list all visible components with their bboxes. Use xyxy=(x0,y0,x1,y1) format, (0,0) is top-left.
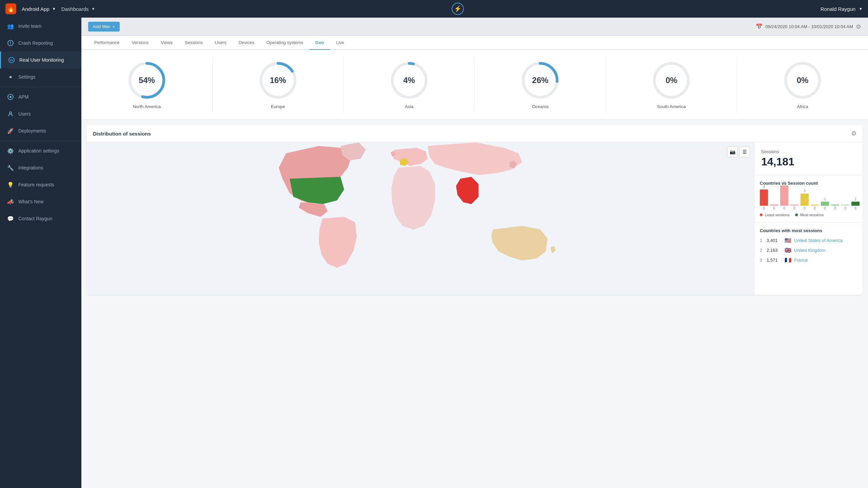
sidebar-item-label: Real User Monitoring xyxy=(19,57,64,63)
bar-group-8: 0 xyxy=(831,204,839,210)
region-south-america: 0% South America xyxy=(606,57,737,113)
tab-devices[interactable]: Devices xyxy=(232,36,260,50)
bar-10 xyxy=(851,202,860,206)
tab-sessions[interactable]: Sessions xyxy=(179,36,209,50)
map-list-button[interactable]: ☰ xyxy=(739,146,750,157)
country-row-uk: 2 2,163 🇬🇧 United Kingdom xyxy=(760,247,857,253)
asia-label: Asia xyxy=(405,104,413,109)
france-link[interactable]: France xyxy=(794,258,808,263)
distribution-header: Distribution of sessions ⚙ xyxy=(87,125,863,142)
tab-live[interactable]: Live xyxy=(330,36,350,50)
sidebar-item-label: Application settings xyxy=(18,148,59,154)
bar-group-7: 1 0 xyxy=(821,197,829,210)
whats-new-icon: 📣 xyxy=(7,198,14,205)
usa-link[interactable]: United States of America xyxy=(794,238,843,243)
sidebar-item-label: Contact Raygun xyxy=(18,216,52,221)
countries-title: Countries with most sessions xyxy=(760,228,857,233)
main-content: Add filter + 📅 09/24/2020 10:04 AM - 10/… xyxy=(81,18,868,488)
app-logo: 🔥 xyxy=(5,3,16,14)
dashboards-chevron-icon: ▼ xyxy=(92,7,95,11)
distribution-body: 📷 ☰ xyxy=(87,142,863,295)
distribution-settings-button[interactable]: ⚙ xyxy=(851,130,856,137)
date-settings-button[interactable]: ⚙ xyxy=(856,23,861,30)
world-map-svg xyxy=(87,142,754,295)
sidebar-item-deployments[interactable]: 🚀 Deployments xyxy=(0,122,81,139)
regions-row: 54% North America 16% Europe xyxy=(81,50,868,120)
date-range-selector[interactable]: 📅 09/24/2020 10:04 AM - 10/01/2020 10:04… xyxy=(756,23,861,30)
app-name-selector[interactable]: Android App ▼ xyxy=(22,6,56,12)
map-area: 📷 ☰ xyxy=(87,142,754,295)
usa-region xyxy=(290,177,344,204)
add-filter-button[interactable]: Add filter + xyxy=(88,22,120,32)
uk-link[interactable]: United Kingdom xyxy=(794,248,826,253)
feature-requests-icon: 💡 xyxy=(7,181,14,188)
bar-4 xyxy=(790,204,798,206)
lightning-icon: ⚡ xyxy=(452,3,464,15)
date-range-text: 09/24/2020 10:04 AM - 10/01/2020 10:04 A… xyxy=(765,24,853,29)
distribution-section: Distribution of sessions ⚙ 📷 ☰ xyxy=(87,125,863,295)
sidebar: 👥 Invite team Crash Reporting Real User … xyxy=(0,18,81,488)
bar-2 xyxy=(770,204,778,206)
rum-icon xyxy=(8,56,15,64)
bar-group-6: 0 xyxy=(811,204,819,210)
sidebar-item-label: Feature requests xyxy=(18,182,54,187)
sidebar-item-contact-raygun[interactable]: 💬 Contact Raygun xyxy=(0,210,81,227)
sessions-number: 14,181 xyxy=(761,156,856,168)
sidebar-item-users[interactable]: Users xyxy=(0,105,81,122)
most-sessions-legend: Most sessions xyxy=(795,213,824,217)
settings-dot-icon: ● xyxy=(7,73,14,81)
north-america-label: North America xyxy=(133,104,161,109)
bar-group-5: 3 0 xyxy=(801,189,809,210)
sidebar-item-label: APM xyxy=(18,94,28,100)
sidebar-divider-2 xyxy=(0,141,81,141)
sidebar-item-whats-new[interactable]: 📣 What's New xyxy=(0,193,81,210)
chart-title: Countries vs Session count xyxy=(760,181,857,186)
sidebar-item-settings[interactable]: ● Settings xyxy=(0,68,81,85)
sidebar-item-integrations[interactable]: 🔧 Integrations xyxy=(0,159,81,176)
chart-section: Countries vs Session count 4 0 0 xyxy=(754,175,863,223)
region-oceania: 26% Oceania xyxy=(475,57,606,113)
country-row-usa: 1 3,401 🇺🇸 United States of America xyxy=(760,237,857,244)
user-menu[interactable]: Ronald Raygun ▼ xyxy=(821,6,863,12)
dashboards-selector[interactable]: Dashboards ▼ xyxy=(61,6,95,12)
sidebar-item-apm[interactable]: APM xyxy=(0,88,81,105)
apm-icon xyxy=(7,93,14,101)
sessions-total: Sessions 14,181 xyxy=(754,142,863,175)
tab-geo[interactable]: Geo xyxy=(309,36,330,50)
sidebar-item-label: Invite team xyxy=(18,23,41,29)
tab-views[interactable]: Views xyxy=(155,36,178,50)
bar-7 xyxy=(821,202,829,206)
sidebar-item-label: Deployments xyxy=(18,128,46,134)
sidebar-item-crash-reporting[interactable]: Crash Reporting xyxy=(0,35,81,52)
europe-pct: 16% xyxy=(270,76,286,85)
tab-versions[interactable]: Versions xyxy=(125,36,155,50)
map-download-button[interactable]: 📷 xyxy=(727,146,738,157)
tab-performance[interactable]: Performance xyxy=(88,36,125,50)
sidebar-item-label: Settings xyxy=(18,74,36,80)
asia-pct: 4% xyxy=(403,76,415,85)
sidebar-item-feature-requests[interactable]: 💡 Feature requests xyxy=(0,176,81,193)
sidebar-item-real-user-monitoring[interactable]: Real User Monitoring xyxy=(0,52,81,68)
tab-operating-systems[interactable]: Operating systems xyxy=(260,36,309,50)
bar-group-1: 4 0 xyxy=(760,185,768,210)
sidebar-item-application-settings[interactable]: ⚙️ Application settings xyxy=(0,142,81,159)
least-sessions-legend: Least sessions xyxy=(760,213,790,217)
india-region xyxy=(456,177,478,204)
bar-8 xyxy=(831,204,839,206)
tab-users[interactable]: Users xyxy=(209,36,233,50)
sidebar-item-label: Crash Reporting xyxy=(18,40,53,46)
bar-chart: 4 0 0 5 xyxy=(760,190,857,210)
europe-region xyxy=(393,148,428,166)
sidebar-divider xyxy=(0,87,81,87)
add-filter-plus-icon: + xyxy=(112,24,115,29)
calendar-icon: 📅 xyxy=(756,23,763,30)
contact-icon: 💬 xyxy=(7,215,14,222)
sidebar-item-invite-team[interactable]: 👥 Invite team xyxy=(0,18,81,35)
sidebar-item-label: Users xyxy=(18,111,31,117)
users-icon xyxy=(7,110,14,118)
region-africa: 0% Africa xyxy=(737,57,868,113)
europe-label: Europe xyxy=(271,104,285,109)
country-row-france: 3 1,571 🇫🇷 France xyxy=(760,257,857,263)
add-filter-label: Add filter xyxy=(93,24,110,29)
africa-label: Africa xyxy=(797,104,808,109)
